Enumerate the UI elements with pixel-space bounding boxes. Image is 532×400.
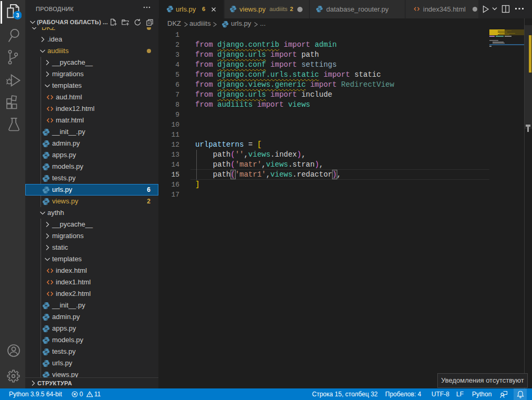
svg-text:3: 3 [16,12,19,18]
